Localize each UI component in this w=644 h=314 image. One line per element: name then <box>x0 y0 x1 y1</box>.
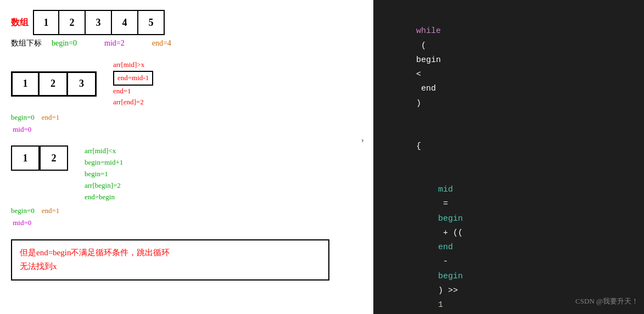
notice-line2: 无法找到x <box>20 262 57 271</box>
notice-box: 但是end=begin不满足循环条件，跳出循环 无法找到x <box>11 239 329 281</box>
s2-idx-begin: begin=0 <box>11 206 35 215</box>
code-paren: ( <box>416 41 426 51</box>
array-label: 数组 <box>11 17 29 29</box>
s1-annotations: arr[mid]>x end=mid-1 end=1 arr[end]=2 <box>113 59 153 108</box>
s2-annotations: arr[mid]<x begin=mid+1 begin=1 arr[begin… <box>85 145 123 203</box>
array-boxes: 1 2 3 4 5 <box>33 10 165 35</box>
notice-text: 但是end=begin不满足循环条件，跳出循环 无法找到x <box>20 246 321 274</box>
array-indices: 数组下标 begin=0 mid=2 end=4 <box>11 38 362 48</box>
code-lt: < <box>416 70 421 79</box>
s2-ann1: arr[mid]<x <box>85 145 123 157</box>
array-section: 数组 1 2 3 4 5 <box>11 10 362 35</box>
arrow-right: › <box>361 136 364 145</box>
array-box-2: 2 <box>59 10 86 35</box>
idx-mid: mid=2 <box>104 39 125 48</box>
notice-line1: 但是end=begin不满足循环条件，跳出循环 <box>20 248 170 257</box>
diagram-section-1: 1 2 3 arr[mid]>x end=mid-1 end=1 arr[end… <box>11 59 362 136</box>
index-label: 数组下标 <box>11 38 42 48</box>
array-box-4: 4 <box>112 10 138 35</box>
csdn-watermark: CSDN @我要升天！ <box>575 296 639 306</box>
s1-ann3: end=1 <box>113 86 153 97</box>
code-line-2: { <box>387 125 631 169</box>
s2-ann4: arr[begin]=2 <box>85 180 123 192</box>
array-box-5: 5 <box>138 10 165 35</box>
idx-end: end=4 <box>152 39 171 48</box>
s1-box-3: 3 <box>68 71 97 97</box>
s1-sub-indices: begin=0 end=1 mid=0 <box>11 111 362 136</box>
s1-ann1: arr[mid]>x <box>113 59 153 71</box>
code-paren2: ) <box>416 99 421 108</box>
s1-idx-mid: mid=0 <box>13 125 31 133</box>
array-box-3: 3 <box>86 10 112 35</box>
array-box-1: 1 <box>33 10 59 35</box>
s1-idx-end: end=1 <box>42 113 60 121</box>
small-array-boxes-2: 1 2 <box>11 145 68 171</box>
idx-begin: begin=0 <box>52 39 77 48</box>
small-array-boxes-1: 1 2 3 <box>11 71 97 97</box>
right-panel: while ( begin < end ) { mid = begin + ((… <box>373 0 644 314</box>
code-line-1: while ( begin < end ) <box>387 10 631 125</box>
s2-idx-end: end=1 <box>42 206 60 215</box>
s1-box-1: 1 <box>11 71 40 97</box>
left-panel: 数组 1 2 3 4 5 数组下标 begin=0 mid=2 end=4 1 … <box>0 0 373 314</box>
s1-box-2: 2 <box>40 71 68 97</box>
s1-idx-begin: begin=0 <box>11 113 35 121</box>
s1-ann2: end=mid-1 <box>113 71 153 86</box>
diagram-section-2: 1 2 arr[mid]<x begin=mid+1 begin=1 arr[b… <box>11 145 362 229</box>
keyword-while: while <box>416 26 441 36</box>
s2-idx-mid: mid=0 <box>13 218 31 227</box>
s1-ann4: arr[end]=2 <box>113 97 153 108</box>
s2-sub-indices: begin=0 end=1 mid=0 <box>11 205 362 229</box>
s2-ann3: begin=1 <box>85 169 123 180</box>
code-begin1: begin <box>416 55 446 65</box>
code-end1: end <box>416 84 436 93</box>
small-array-row-1: 1 2 3 arr[mid]>x end=mid-1 end=1 arr[end… <box>11 59 362 108</box>
s2-ann2: begin=mid+1 <box>85 157 123 169</box>
main-container: 数组 1 2 3 4 5 数组下标 begin=0 mid=2 end=4 1 … <box>0 0 644 314</box>
section3-row: 1 2 arr[mid]<x begin=mid+1 begin=1 arr[b… <box>11 145 362 203</box>
code-line-3: mid = begin + (( end - begin ) >> 1 ); <box>408 169 631 314</box>
s2-ann5: end=begin <box>85 192 123 203</box>
s2-box-1: 1 <box>11 145 40 171</box>
s2-box-2: 2 <box>40 145 68 171</box>
